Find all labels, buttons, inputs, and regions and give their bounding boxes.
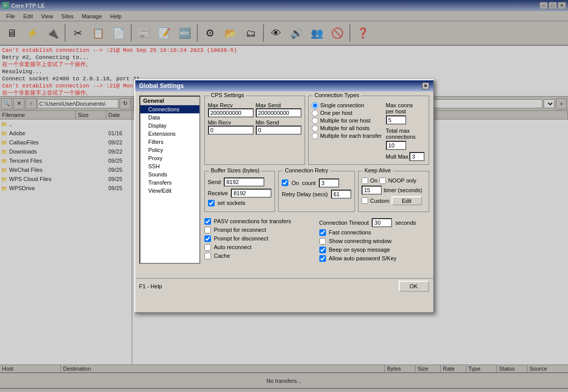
dialog-close-button[interactable]: ✕ bbox=[422, 82, 429, 89]
radio-one-per-host-input[interactable] bbox=[312, 110, 318, 116]
min-recv-input[interactable] bbox=[208, 126, 254, 135]
radio-multiple-one-host-label: Multiple for one host bbox=[320, 117, 371, 124]
connection-types-group: Connection Types Single connection One p… bbox=[308, 96, 429, 165]
auto-reconnect-row: Auto reconnect bbox=[204, 244, 314, 251]
nav-item-transfers[interactable]: Transfers bbox=[140, 178, 199, 187]
radio-multiple-all-hosts-input[interactable] bbox=[312, 125, 318, 132]
connection-types-inner: Single connection One per host Multiple … bbox=[312, 102, 426, 161]
nav-item-proxy[interactable]: Proxy bbox=[140, 154, 199, 162]
prompt-disconnect-row: Prompt for disconnect bbox=[204, 235, 314, 242]
radio-single-connection[interactable] bbox=[312, 102, 318, 109]
set-sockets-checkbox[interactable] bbox=[208, 200, 215, 206]
prompt-disconnect-checkbox[interactable] bbox=[204, 235, 211, 242]
top-row: CPS Settings Max Recv Max Send bbox=[204, 96, 429, 168]
modal-overlay: Global Settings ✕ General Connections Da… bbox=[0, 0, 568, 392]
nav-item-connections[interactable]: Connections bbox=[140, 105, 199, 113]
cache-row: Cache bbox=[204, 253, 314, 259]
noop-only-checkbox[interactable] bbox=[379, 177, 386, 184]
keep-alive-title: Keep Alive bbox=[363, 167, 393, 173]
nav-item-filters[interactable]: Filters bbox=[140, 138, 199, 146]
beep-sysop-row: Beep on sysop message bbox=[319, 247, 429, 253]
setsockets-row: set sockets bbox=[208, 200, 272, 206]
mult-max-input[interactable] bbox=[409, 152, 425, 161]
nav-item-display[interactable]: Display bbox=[140, 122, 199, 130]
dialog-title-bar: Global Settings ✕ bbox=[135, 80, 433, 92]
retry-delay-input[interactable] bbox=[331, 190, 351, 199]
prompt-reconnect-checkbox[interactable] bbox=[204, 227, 211, 233]
dialog-body: General Connections Data Display Extensi… bbox=[135, 92, 433, 268]
nav-item-sounds[interactable]: Sounds bbox=[140, 170, 199, 178]
retry-form: On count Retry Delay (secs) bbox=[282, 178, 351, 199]
middle-row: Buffer Sizes (bytes) Send Receive bbox=[204, 171, 429, 215]
connection-retry-group: Connection Retry On count Retry Delay (s… bbox=[278, 171, 354, 212]
ok-button[interactable]: OK bbox=[399, 281, 429, 292]
nav-item-data[interactable]: Data bbox=[140, 113, 199, 122]
min-send-label: Min Send bbox=[256, 119, 302, 135]
cps-settings-title: CPS Settings bbox=[209, 92, 246, 98]
auto-password-row: Allow auto password S/Key bbox=[319, 255, 429, 262]
dialog-spacer bbox=[135, 268, 433, 278]
fast-connections-checkbox[interactable] bbox=[319, 229, 326, 236]
buffer-sizes-group: Buffer Sizes (bytes) Send Receive bbox=[204, 171, 276, 212]
radio-multiple-one-host-input[interactable] bbox=[312, 117, 318, 124]
custom-row: Custom Edit bbox=[362, 196, 426, 205]
cache-checkbox[interactable] bbox=[204, 253, 211, 259]
keepalive-form: On NOOP only timer (seconds) Custom bbox=[362, 177, 426, 205]
total-max-input[interactable] bbox=[386, 141, 406, 150]
nav-item-viewedit[interactable]: View/Edit bbox=[140, 187, 199, 195]
radio-multiple-one-host: Multiple for one host bbox=[312, 117, 382, 124]
nav-item-ssh[interactable]: SSH bbox=[140, 162, 199, 170]
connection-types-title: Connection Types bbox=[313, 92, 362, 98]
timer-input[interactable] bbox=[362, 186, 382, 195]
retry-on-row: On count bbox=[282, 178, 351, 188]
send-input[interactable] bbox=[224, 177, 264, 187]
edit-button[interactable]: Edit bbox=[392, 196, 422, 205]
max-recv-label: Max Recv bbox=[208, 102, 254, 117]
max-conns-fields: Max connsper host Total maxconnections M… bbox=[386, 102, 425, 161]
auto-reconnect-checkbox[interactable] bbox=[204, 244, 211, 251]
min-send-input[interactable] bbox=[256, 126, 302, 135]
custom-checkbox[interactable] bbox=[362, 197, 368, 204]
radio-single-label: Single connection bbox=[320, 102, 365, 108]
receive-input[interactable] bbox=[231, 189, 272, 198]
pasv-checkbox[interactable] bbox=[204, 218, 211, 225]
right-checkboxes: Connection Timeout seconds Fast connecti… bbox=[319, 218, 429, 264]
retry-count-input[interactable] bbox=[319, 178, 339, 188]
max-send-input[interactable] bbox=[256, 108, 302, 117]
pasv-row: PASV connections for transfers bbox=[204, 218, 314, 225]
max-conns-input[interactable] bbox=[386, 115, 406, 125]
radio-group: Single connection One per host Multiple … bbox=[312, 102, 382, 161]
nav-item-extensions[interactable]: Extensions bbox=[140, 130, 199, 138]
radio-multiple-all-hosts-label: Multiple for all hosts bbox=[320, 125, 370, 131]
nav-item-policy[interactable]: Policy bbox=[140, 146, 199, 154]
radio-one-per-host-label: One per host bbox=[320, 110, 353, 116]
cps-settings-group: CPS Settings Max Recv Max Send bbox=[204, 96, 305, 165]
radio-multiple-each-transfer-input[interactable] bbox=[312, 133, 318, 139]
radio-multiple-each-transfer: Multiple for each transfer bbox=[312, 133, 382, 139]
max-send-label: Max Send bbox=[256, 102, 302, 117]
global-settings-dialog: Global Settings ✕ General Connections Da… bbox=[134, 79, 434, 313]
fast-connections-row: Fast connections bbox=[319, 229, 429, 236]
retry-on-checkbox[interactable] bbox=[282, 179, 288, 186]
retry-delay-row: Retry Delay (secs) bbox=[282, 190, 351, 199]
left-checkboxes: PASV connections for transfers Prompt fo… bbox=[204, 218, 314, 264]
show-connecting-row: Show connecting window bbox=[319, 238, 429, 245]
min-recv-label: Min Recv bbox=[208, 119, 254, 135]
radio-multiple-each-transfer-label: Multiple for each transfer bbox=[320, 133, 382, 139]
keep-alive-group: Keep Alive On NOOP only timer (seconds) bbox=[358, 171, 429, 212]
receive-row: Receive bbox=[208, 189, 272, 198]
auto-password-checkbox[interactable] bbox=[319, 255, 326, 262]
connection-retry-title: Connection Retry bbox=[283, 167, 330, 173]
show-connecting-checkbox[interactable] bbox=[319, 238, 326, 245]
radio-one-per-host: One per host bbox=[312, 110, 382, 116]
beep-sysop-checkbox[interactable] bbox=[319, 247, 326, 253]
conn-timeout-input[interactable] bbox=[372, 218, 392, 227]
nav-panel: General Connections Data Display Extensi… bbox=[139, 96, 200, 264]
max-recv-input[interactable] bbox=[208, 108, 254, 117]
checkboxes-area: PASV connections for transfers Prompt fo… bbox=[204, 218, 429, 264]
radio-single: Single connection bbox=[312, 102, 382, 109]
keepalive-on-checkbox[interactable] bbox=[362, 177, 368, 184]
keepalive-on-row: On NOOP only bbox=[362, 177, 426, 184]
dialog-title-text: Global Settings bbox=[139, 82, 184, 89]
timer-row: timer (seconds) bbox=[362, 186, 426, 195]
